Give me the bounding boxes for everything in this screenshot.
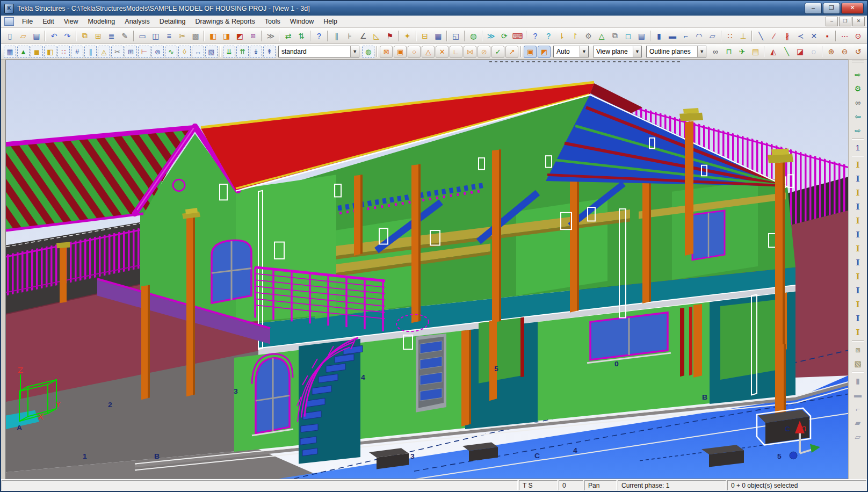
select-area-icon[interactable]: ▩ bbox=[190, 30, 202, 42]
redo-icon[interactable]: ↷ bbox=[61, 30, 74, 42]
snap-check-switch[interactable]: ✓ bbox=[491, 46, 504, 58]
menu-item-analysis[interactable]: Analysis bbox=[120, 17, 155, 26]
select-grid-lines-switch[interactable]: ∥ bbox=[84, 46, 97, 58]
window-area-icon[interactable]: ▭ bbox=[136, 30, 149, 42]
window-center-icon[interactable]: ◫ bbox=[149, 30, 162, 42]
snap-reference-switch[interactable]: ⊠ bbox=[380, 46, 393, 58]
sync-views-icon[interactable]: ⇄ bbox=[282, 30, 294, 42]
minimize-button[interactable]: – bbox=[805, 3, 822, 14]
measure-angle-icon[interactable]: ◺ bbox=[371, 30, 383, 42]
ref-line-icon[interactable]: ╲ bbox=[755, 30, 767, 42]
door-jambs[interactable] bbox=[680, 304, 702, 378]
select-parts-switch[interactable]: ◼ bbox=[31, 46, 43, 58]
ref-cross-icon[interactable]: ✕ bbox=[808, 30, 820, 42]
create-curved-beam-icon[interactable]: ◠ bbox=[693, 30, 705, 42]
shadow-icon[interactable]: ◪ bbox=[794, 46, 806, 58]
joint-haunch-3-icon[interactable]: I bbox=[850, 298, 865, 312]
select-component-down-switch[interactable]: ↡ bbox=[250, 46, 262, 58]
edit-grid-icon[interactable]: ⊦ bbox=[344, 30, 356, 42]
select-assembly-down-switch[interactable]: ⇊ bbox=[223, 46, 235, 58]
select-objects-switch[interactable]: ▧ bbox=[205, 46, 218, 58]
paste-icon[interactable]: ⊞ bbox=[92, 30, 104, 42]
inquire-point-icon[interactable]: ? bbox=[542, 30, 555, 42]
create-bolts-icon[interactable]: ∷ bbox=[724, 30, 736, 42]
menu-item-drawings-reports[interactable]: Drawings & Reports bbox=[191, 17, 260, 26]
find-binoculars-icon[interactable]: ∞ bbox=[850, 96, 865, 110]
create-point-icon[interactable]: ✦ bbox=[401, 30, 414, 42]
open-model-icon[interactable]: ▱ bbox=[17, 30, 30, 42]
view-forward-icon[interactable]: ⇨ bbox=[850, 124, 865, 138]
zoom-in-icon[interactable]: ⊕ bbox=[825, 46, 837, 58]
create-stud-icon[interactable]: ⊥ bbox=[737, 30, 749, 42]
toolbar-grip[interactable] bbox=[852, 61, 864, 66]
title-bar[interactable]: K Tekla Structures - C:\TeklaStructuresM… bbox=[1, 1, 867, 16]
view-depth-combo[interactable]: Auto ▼ bbox=[553, 46, 589, 57]
sync-model-icon[interactable]: ⇅ bbox=[295, 30, 308, 42]
create-polybeam-tool-icon[interactable]: ⌐ bbox=[850, 402, 865, 416]
create-view-icon[interactable]: ⊓ bbox=[722, 46, 735, 58]
select-views-switch[interactable]: ⊞ bbox=[125, 46, 137, 58]
select-all-switch[interactable]: ▦ bbox=[4, 46, 16, 58]
cut-icon[interactable]: ✂ bbox=[176, 30, 189, 42]
snap-plane-toggle[interactable]: ▣ bbox=[524, 46, 537, 58]
ref-line-points-icon[interactable]: ∕ bbox=[768, 30, 780, 42]
menu-item-file[interactable]: File bbox=[17, 17, 38, 26]
select-welds-switch[interactable]: ◬ bbox=[98, 46, 110, 58]
joint-clip-angle-icon[interactable]: I bbox=[850, 172, 865, 186]
clip-plane-icon[interactable]: ◭ bbox=[767, 46, 779, 58]
screen-info-icon[interactable]: ◻ bbox=[622, 30, 634, 42]
joint-haunch-2-icon[interactable]: I bbox=[850, 284, 865, 298]
selection-filter-combo[interactable]: standard ▼ bbox=[278, 46, 359, 57]
snap-mid-switch[interactable]: ⋈ bbox=[464, 46, 476, 58]
walk-tool-icon[interactable]: ⇨ bbox=[850, 68, 865, 82]
joint-beam-seat-icon[interactable]: I bbox=[850, 214, 865, 228]
menu-item-tools[interactable]: Tools bbox=[260, 17, 285, 26]
view-red-icon[interactable]: ◩ bbox=[234, 30, 246, 42]
joint-haunch-1-icon[interactable]: I bbox=[850, 270, 865, 284]
chevron-down-icon[interactable]: ▼ bbox=[697, 46, 706, 57]
joint-base-plate-2-icon[interactable]: I bbox=[850, 256, 865, 270]
auto-rotate-icon[interactable]: ⚙ bbox=[850, 82, 865, 96]
pen-number-icon[interactable]: 1 bbox=[850, 141, 865, 155]
print-preview-icon[interactable]: ▤ bbox=[635, 30, 648, 42]
joint-gusset-1-icon[interactable]: I bbox=[850, 312, 865, 325]
close-button[interactable]: ✕ bbox=[841, 3, 864, 14]
menu-item-help[interactable]: Help bbox=[319, 17, 342, 26]
selection-filter-globe-icon[interactable]: ◍ bbox=[362, 46, 374, 58]
chevron-down-icon[interactable]: ▼ bbox=[633, 46, 641, 57]
select-surfaces-switch[interactable]: ◧ bbox=[44, 46, 56, 58]
select-grids-switch[interactable]: # bbox=[71, 46, 83, 58]
view-back-icon[interactable]: ⇦ bbox=[850, 110, 865, 124]
create-slab-icon[interactable]: ▱ bbox=[706, 30, 719, 42]
find-objects-icon[interactable]: ∞ bbox=[709, 46, 721, 58]
select-rebar-switch[interactable]: ∿ bbox=[165, 46, 177, 58]
view-plane-combo[interactable]: View plane ▼ bbox=[593, 46, 642, 57]
measure-icon[interactable]: ∠ bbox=[357, 30, 370, 42]
create-column-icon[interactable]: ▮ bbox=[653, 30, 666, 42]
point-series-icon[interactable]: ⋯ bbox=[838, 30, 851, 42]
menu-item-view[interactable]: View bbox=[59, 17, 83, 26]
macro-part-2-icon[interactable]: ▧ bbox=[850, 357, 865, 371]
next-window-icon[interactable]: ≫ bbox=[264, 30, 277, 42]
spiral-stair[interactable] bbox=[297, 338, 363, 464]
front-door[interactable] bbox=[416, 334, 446, 413]
list-icon[interactable]: ≡ bbox=[163, 30, 175, 42]
select-plane-switch[interactable]: ◊ bbox=[178, 46, 191, 58]
create-beam-icon[interactable]: ▬ bbox=[667, 30, 679, 42]
select-cuts-switch[interactable]: ✂ bbox=[111, 46, 124, 58]
assembly-check-icon[interactable]: △ bbox=[596, 30, 608, 42]
fly-through-icon[interactable]: ✈ bbox=[736, 46, 748, 58]
joint-base-plate-1-icon[interactable]: I bbox=[850, 242, 865, 256]
undo-icon[interactable]: ↶ bbox=[48, 30, 60, 42]
macro-keyboard-icon[interactable]: ⌨ bbox=[511, 30, 524, 42]
copy-icon[interactable]: ⧉ bbox=[79, 30, 91, 42]
fast-mode-icon[interactable]: ≫ bbox=[485, 30, 497, 42]
clone-icon[interactable]: ⧉ bbox=[609, 30, 621, 42]
3d-view-scene[interactable]: A1B23344CC55B0 ZYX bbox=[6, 60, 848, 479]
document-icon[interactable] bbox=[4, 17, 14, 26]
create-twin-beam-tool-icon[interactable]: ▰ bbox=[850, 416, 865, 430]
model-viewport[interactable]: A1B23344CC55B0 ZYX bbox=[5, 60, 848, 479]
outline-planes-combo[interactable]: Outline planes ▼ bbox=[646, 46, 706, 57]
select-component-up-switch[interactable]: ↟ bbox=[263, 46, 276, 58]
menu-item-window[interactable]: Window bbox=[285, 17, 319, 26]
